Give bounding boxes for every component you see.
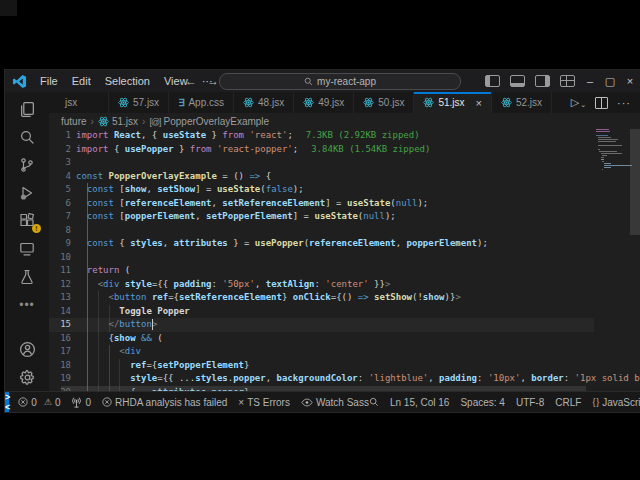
activity-testing-icon[interactable] bbox=[5, 263, 49, 291]
minimap-line bbox=[596, 131, 610, 132]
tab-bar: jsx57.jsx∃App.css48.jsx49.jsx50.jsx51.js… bbox=[49, 92, 640, 113]
nav-forward-icon[interactable]: → bbox=[207, 74, 219, 88]
toggle-secondary-sidebar-icon[interactable] bbox=[535, 75, 550, 87]
line-number: 12 bbox=[49, 278, 71, 292]
activity-remote-explorer-icon[interactable] bbox=[5, 235, 49, 263]
run-dropdown-icon[interactable]: ⌄ bbox=[580, 101, 586, 109]
code-line-5[interactable]: 5 const [show, setShow] = useState(false… bbox=[49, 183, 594, 197]
code-line-15[interactable]: 15 </button> bbox=[49, 318, 594, 332]
code-line-14[interactable]: 14 Toggle Popper bbox=[49, 305, 594, 319]
symbol-icon: [@] bbox=[149, 116, 160, 127]
line-number: 6 bbox=[49, 197, 71, 211]
editor-more-actions-icon[interactable]: ··· bbox=[617, 97, 631, 109]
react-icon bbox=[243, 97, 254, 108]
css-icon: ∃ bbox=[178, 97, 184, 108]
status-item-watch-sass[interactable]: Watch Sass bbox=[301, 397, 369, 408]
activity-more-icon[interactable]: ••• bbox=[5, 291, 49, 319]
nav-back-icon[interactable]: ← bbox=[185, 74, 197, 88]
code-line-18[interactable]: 18 ref={setPopperElement} bbox=[49, 359, 594, 373]
line-number: 5 bbox=[49, 183, 71, 197]
code-line-4[interactable]: 4const PopperOverlayExample = () => { bbox=[49, 170, 594, 184]
activity-run-debug-icon[interactable] bbox=[5, 179, 49, 207]
status-item-utf-8[interactable]: UTF-8 bbox=[516, 397, 544, 408]
code-text: Toggle Popper bbox=[71, 305, 190, 319]
status-item-crlf[interactable]: CRLF bbox=[555, 397, 581, 408]
close-window-button[interactable]: × bbox=[620, 70, 640, 92]
activity-settings-icon[interactable] bbox=[5, 363, 49, 391]
breadcrumb-item-future[interactable]: future bbox=[61, 116, 87, 127]
toggle-panel-icon[interactable] bbox=[510, 75, 525, 87]
horizontal-scrollbar[interactable] bbox=[61, 386, 586, 391]
minimize-button[interactable]: – bbox=[580, 70, 600, 92]
code-text: import React, { useState } from 'react';… bbox=[71, 129, 420, 143]
maximize-button[interactable]: ▢ bbox=[600, 70, 620, 92]
warning-icon: ⚠ bbox=[44, 397, 52, 407]
activity-extensions-icon[interactable]: ! bbox=[5, 207, 49, 235]
status-item-ts-errors[interactable]: ×TS Errors bbox=[238, 397, 290, 408]
tab-49-jsx[interactable]: 49.jsx bbox=[294, 92, 354, 113]
tab-label: 52.jsx bbox=[516, 97, 542, 108]
menu-selection[interactable]: Selection bbox=[98, 70, 157, 92]
tab-jsx[interactable]: jsx bbox=[49, 92, 109, 113]
status-item-spaces-4[interactable]: Spaces: 4 bbox=[460, 397, 504, 408]
command-center[interactable]: my-react-app bbox=[219, 73, 461, 90]
vertical-scrollbar[interactable] bbox=[630, 129, 640, 235]
code-line-12[interactable]: 12 <div style={{ padding: '50px', textAl… bbox=[49, 278, 594, 292]
tab-51-jsx[interactable]: 51.jsx× bbox=[414, 92, 492, 113]
minimap[interactable] bbox=[596, 129, 628, 391]
breadcrumb[interactable]: future›51.jsx›[@]PopperOverlayExample bbox=[49, 113, 640, 129]
code-line-13[interactable]: 13 <button ref={setReferenceElement} onC… bbox=[49, 291, 594, 305]
code-text: const { styles, attributes } = usePopper… bbox=[71, 237, 488, 251]
code-line-16[interactable]: 16 {show && ( bbox=[49, 332, 594, 346]
code-line-8[interactable]: 8 bbox=[49, 224, 594, 238]
status-item-javascript-jsx[interactable]: { }JavaScript JSX bbox=[592, 397, 640, 408]
code-editor[interactable]: 1import React, { useState } from 'react'… bbox=[49, 129, 640, 391]
code-line-1[interactable]: 1import React, { useState } from 'react'… bbox=[49, 129, 594, 143]
status-item-0[interactable]: 0 bbox=[71, 397, 91, 408]
minimap-line bbox=[596, 129, 609, 130]
code-line-6[interactable]: 6 const [referenceElement, setReferenceE… bbox=[49, 197, 594, 211]
tab-label: 49.jsx bbox=[318, 97, 344, 108]
tab-close-icon[interactable]: × bbox=[476, 97, 482, 109]
code-line-7[interactable]: 7 const [popperElement, setPopperElement… bbox=[49, 210, 594, 224]
code-line-19[interactable]: 19 style={{ ...styles.popper, background… bbox=[49, 372, 594, 386]
activity-source-control-icon[interactable] bbox=[5, 151, 49, 179]
code-text bbox=[71, 224, 76, 238]
import-cost-hint: 3.84KB (1.54KB zipped) bbox=[311, 144, 430, 154]
split-editor-icon[interactable] bbox=[595, 97, 608, 109]
customize-layout-icon[interactable] bbox=[560, 75, 575, 87]
activity-search-icon[interactable] bbox=[5, 123, 49, 151]
code-text: </button> bbox=[71, 318, 157, 332]
activity-explorer-icon[interactable] bbox=[5, 95, 49, 123]
code-line-9[interactable]: 9 const { styles, attributes } = usePopp… bbox=[49, 237, 594, 251]
tab-50-jsx[interactable]: 50.jsx bbox=[354, 92, 414, 113]
line-number: 3 bbox=[49, 156, 71, 170]
tab-52-jsx[interactable]: 52.jsx bbox=[492, 92, 552, 113]
tab-App-css[interactable]: ∃App.css bbox=[169, 92, 234, 113]
run-code-button[interactable]: ▷⌄ bbox=[571, 96, 586, 109]
activity-account-icon[interactable] bbox=[5, 335, 49, 363]
code-line-10[interactable]: 10 bbox=[49, 251, 594, 265]
minimap-line bbox=[601, 159, 604, 160]
menu-edit[interactable]: Edit bbox=[65, 70, 98, 92]
status-item-ln-15-col-16[interactable]: Ln 15, Col 16 bbox=[390, 397, 450, 408]
line-number: 13 bbox=[49, 291, 71, 305]
code-text: const PopperOverlayExample = () => { bbox=[71, 170, 271, 184]
minimap-line bbox=[604, 165, 632, 166]
minimap-line bbox=[598, 149, 601, 150]
tab-57-jsx[interactable]: 57.jsx bbox=[109, 92, 169, 113]
code-line-2[interactable]: 2import { usePopper } from 'react-popper… bbox=[49, 143, 594, 157]
react-icon bbox=[303, 97, 314, 108]
tab-48-jsx[interactable]: 48.jsx bbox=[234, 92, 294, 113]
code-line-3[interactable]: 3 bbox=[49, 156, 594, 170]
status-item-rhda-analysis-has-failed[interactable]: RHDA analysis has failed bbox=[102, 397, 227, 408]
menu-file[interactable]: File bbox=[33, 70, 65, 92]
status-item-0[interactable]: 0⚠0 bbox=[18, 397, 60, 408]
breadcrumb-item-51-jsx[interactable]: 51.jsx bbox=[98, 116, 138, 127]
status-item-search-small[interactable] bbox=[369, 397, 379, 407]
breadcrumb-item-PopperOverlayExample[interactable]: [@]PopperOverlayExample bbox=[149, 116, 269, 127]
toggle-sidebar-icon[interactable] bbox=[485, 75, 500, 87]
code-line-17[interactable]: 17 <div bbox=[49, 345, 594, 359]
code-text: return ( bbox=[71, 264, 130, 278]
code-line-11[interactable]: 11 return ( bbox=[49, 264, 594, 278]
